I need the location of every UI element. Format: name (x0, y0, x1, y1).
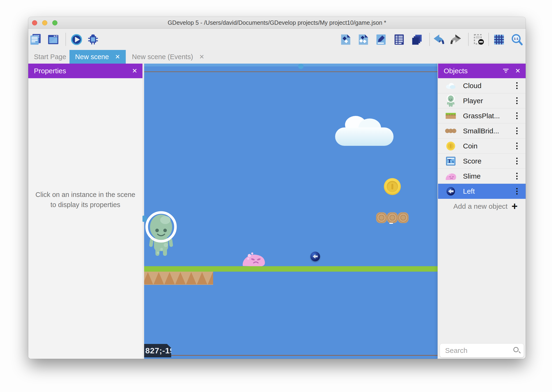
object-label: Score (463, 157, 513, 165)
toolbar-divider (429, 33, 430, 46)
text-object-icon: T x (445, 155, 456, 167)
scene-player-instance[interactable] (143, 210, 179, 257)
filter-icon[interactable] (503, 69, 509, 73)
toggle-grid-button[interactable] (492, 33, 506, 46)
close-panel-icon[interactable]: ✕ (132, 67, 137, 75)
toggle-mask-button[interactable] (472, 33, 486, 46)
cloud-object-icon (445, 80, 456, 91)
kebab-menu-icon[interactable] (513, 157, 520, 165)
player-object-icon (445, 95, 456, 106)
kebab-menu-icon[interactable] (513, 187, 520, 195)
tab-label: New scene (Events) (132, 53, 193, 61)
scene-slime-instance[interactable] (242, 250, 267, 266)
window-title: GDevelop 5 - /Users/david/Documents/GDev… (168, 19, 386, 26)
titlebar: GDevelop 5 - /Users/david/Documents/GDev… (28, 17, 526, 29)
gdevelop-window: GDevelop 5 - /Users/david/Documents/GDev… (28, 17, 526, 359)
traffic-lights (32, 20, 57, 25)
coin-slot (391, 184, 393, 189)
instances-list-icon (393, 34, 405, 46)
tab-start-page[interactable]: Start Page (31, 50, 69, 64)
horizontal-scrollbar-thumb[interactable] (298, 64, 304, 69)
redo-button[interactable] (449, 33, 463, 46)
scene-canvas[interactable]: 827;-19 (143, 64, 438, 359)
scene-cloud-instance[interactable] (333, 112, 397, 150)
object-groups-icon (357, 34, 370, 46)
zoom-window-button[interactable] (52, 20, 57, 25)
tab-new-scene[interactable]: New scene ✕ (69, 50, 126, 64)
add-object-row[interactable]: Add a new object + (438, 199, 526, 214)
grid-icon (493, 34, 505, 46)
scene-left-instance[interactable] (310, 252, 320, 261)
tab-bar: Start Page New scene ✕ New scene (Events… (28, 50, 526, 64)
object-row-player[interactable]: Player (438, 93, 526, 108)
object-label: GrassPlat... (463, 112, 513, 120)
debug-button[interactable] (86, 33, 100, 46)
layers-button[interactable] (410, 33, 424, 46)
object-row-left[interactable]: Left (438, 184, 526, 199)
object-row-score[interactable]: T x Score (438, 154, 526, 169)
object-groups-button[interactable] (357, 33, 370, 46)
object-row-slime[interactable]: Slime (438, 169, 526, 184)
close-tab-icon[interactable]: ✕ (115, 53, 120, 61)
scene-small-bridge-instance[interactable] (376, 212, 409, 223)
scene-border-top-line (143, 71, 438, 72)
play-icon (70, 34, 83, 46)
object-label: Cloud (463, 82, 513, 90)
kebab-menu-icon[interactable] (513, 127, 520, 135)
project-manager-button[interactable] (29, 33, 42, 46)
objects-search (440, 344, 524, 357)
object-label: SmallBrid... (463, 127, 513, 135)
add-icon[interactable]: + (511, 201, 518, 211)
object-label: Left (463, 187, 513, 195)
slime-object-icon (445, 171, 456, 182)
scene-border-bottom-line (143, 355, 438, 356)
zoom-reset-button[interactable]: 1:1 (510, 33, 524, 46)
objects-panel: Objects ✕ Cloud (438, 64, 526, 359)
close-panel-icon[interactable]: ✕ (515, 67, 520, 75)
add-object-button[interactable] (339, 33, 352, 46)
kebab-menu-icon[interactable] (513, 97, 520, 105)
cursor-coordinates: 827;-19 (145, 346, 174, 355)
object-row-smallbridge[interactable]: SmallBrid... (438, 123, 526, 139)
object-row-coin[interactable]: Coin (438, 139, 526, 154)
zoom-one-to-one-icon: 1:1 (511, 34, 523, 46)
object-label: Player (463, 97, 513, 105)
layers-icon (411, 34, 423, 46)
left-arrow-object-icon (445, 186, 456, 197)
kebab-menu-icon[interactable] (513, 142, 520, 150)
undo-button[interactable] (431, 33, 445, 46)
objects-search-input[interactable] (440, 344, 524, 357)
scene-vertical-scrollbar[interactable] (143, 64, 144, 359)
start-page-button[interactable] (46, 33, 60, 46)
toolbar-divider (468, 33, 469, 46)
kebab-menu-icon[interactable] (513, 82, 520, 90)
properties-body: Click on an instance in the scene to dis… (28, 78, 143, 359)
coin-object-icon (445, 140, 456, 152)
scene-coin-instance[interactable] (384, 178, 401, 195)
toolbar: 1:1 (28, 29, 526, 50)
search-icon (513, 347, 518, 352)
tab-label: Start Page (34, 53, 66, 61)
kebab-menu-icon[interactable] (513, 172, 520, 180)
object-row-grassplatform[interactable]: GrassPlat... (438, 108, 526, 123)
minimize-window-button[interactable] (42, 20, 47, 25)
edit-scene-properties-button[interactable] (374, 33, 388, 46)
tab-new-scene-events[interactable]: New scene (Events) ✕ (126, 50, 211, 64)
kebab-menu-icon[interactable] (513, 112, 520, 120)
svg-text:x: x (452, 159, 454, 163)
project-manager-icon (29, 34, 42, 46)
grass-platform-object-icon (445, 110, 456, 122)
close-tab-icon[interactable]: ✕ (199, 53, 204, 61)
scene-grass-platform[interactable] (143, 266, 438, 272)
toolbar-divider (65, 33, 66, 46)
bridge-log (387, 212, 398, 223)
instances-list-button[interactable] (392, 33, 406, 46)
undo-icon (432, 34, 444, 46)
object-row-cloud[interactable]: Cloud (438, 78, 526, 93)
play-preview-button[interactable] (70, 33, 83, 46)
objects-header: Objects ✕ (438, 64, 526, 78)
objects-list: Cloud (438, 78, 526, 214)
properties-header: Properties ✕ (28, 64, 143, 78)
close-window-button[interactable] (32, 20, 37, 25)
svg-text:1:1: 1:1 (514, 37, 518, 41)
